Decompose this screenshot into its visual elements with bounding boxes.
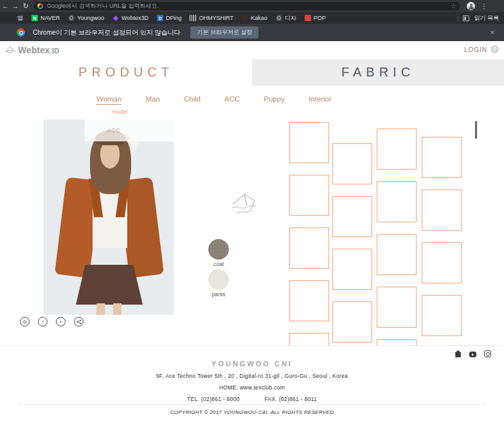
nav-item-interior[interactable]: Interior xyxy=(309,95,332,105)
bookmark-dija[interactable]: 디자 xyxy=(276,14,296,22)
striped-icon xyxy=(190,15,196,21)
browser-toolbar: ← → ↻ Google에서 검색하거나 URL을 입력하세요. ☆ ⋮ xyxy=(0,0,504,12)
default-browser-notification: Chrome이 기본 브라우저로 설정되어 있지 않습니다 기본 브라우저로 설… xyxy=(0,24,504,42)
set-default-browser-button[interactable]: 기본 브라우저로 설정 xyxy=(190,26,258,39)
bookmarks-bar: 앱 N NAVER Youngwoo ◆ Webtex3D D DPing OH… xyxy=(0,12,504,24)
fabric-swatch-slot[interactable] xyxy=(422,242,462,283)
acc-dropdown-ghost: ACC xyxy=(85,120,174,141)
bookmark-pop[interactable]: POP xyxy=(305,15,326,21)
fabric-swatch-grid xyxy=(285,120,478,345)
bookmark-label: NAVER xyxy=(40,15,60,21)
nav-item-puppy[interactable]: Puppy xyxy=(264,95,285,105)
model-leg xyxy=(113,303,122,315)
footer: YOUNGWOO CNI 9F, Ace Techno Tower 5th , … xyxy=(0,345,504,428)
company-fax: FAX. (02)861 - 8011 xyxy=(264,396,317,402)
google-icon xyxy=(37,3,43,9)
site-logo[interactable]: Webtex 3D xyxy=(5,45,59,55)
bookmark-dping[interactable]: D DPing xyxy=(157,15,182,21)
bookmark-webtex3d[interactable]: ◆ Webtex3D xyxy=(113,15,148,21)
copyright-text: COPYRIGHT © 2017 YOUNGWOO C&I. ALL RIGHT… xyxy=(0,409,504,415)
fabric-swatch-slot[interactable] xyxy=(289,122,329,163)
company-tel: TEL. (02)861 - 8000 xyxy=(187,396,240,402)
company-address: 9F, Ace Techno Tower 5th , 20 , Digital-… xyxy=(0,373,504,379)
bookmark-naver[interactable]: N NAVER xyxy=(32,15,60,21)
fabric-swatch-slot[interactable] xyxy=(332,249,372,290)
login-link[interactable]: LOGIN xyxy=(464,46,487,53)
address-bar[interactable]: Google에서 검색하거나 URL을 입력하세요. ☆ xyxy=(33,2,460,10)
logo-text: Webtex xyxy=(18,45,50,55)
fabric-swatch-slot[interactable] xyxy=(377,339,417,345)
bookmark-label: Youngwoo xyxy=(77,15,104,21)
site-header: Webtex 3D LOGIN ? xyxy=(0,41,504,59)
bookmark-label: Kakao xyxy=(251,15,267,21)
bookmark-label: Webtex3D xyxy=(122,15,148,21)
pants-swatch-label: pants xyxy=(199,291,238,298)
bookmark-kakao[interactable]: Kakao xyxy=(242,15,267,21)
nav-item-acc[interactable]: ACC xyxy=(224,95,240,105)
fabric-swatch-slot[interactable] xyxy=(289,227,329,269)
pants-swatch[interactable] xyxy=(208,269,229,290)
fabric-swatch-slot[interactable] xyxy=(422,137,462,178)
reading-list-icon xyxy=(463,15,469,21)
nav-item-man[interactable]: Man xyxy=(145,95,159,105)
forward-icon[interactable]: → xyxy=(10,0,21,12)
help-icon[interactable]: ? xyxy=(491,45,499,53)
fabric-swatch-slot[interactable] xyxy=(332,301,372,343)
category-nav: Woman Man Child ACC Puppy Interior xyxy=(96,95,399,105)
fabric-swatch-slot[interactable] xyxy=(422,190,462,231)
address-bar-placeholder: Google에서 검색하거나 URL을 입력하세요. xyxy=(47,2,451,10)
back-icon[interactable]: ← xyxy=(0,0,10,12)
instagram-icon[interactable] xyxy=(484,350,491,357)
coat-swatch[interactable] xyxy=(208,239,229,260)
reading-list-button[interactable]: 읽기 목록 xyxy=(474,14,499,22)
bookmark-ohmyshirt[interactable]: OHMYSHIRT xyxy=(190,15,233,21)
bookmark-label: 디자 xyxy=(285,14,296,22)
browser-menu-icon[interactable]: ⋮ xyxy=(481,3,487,10)
youtube-icon[interactable] xyxy=(469,352,476,357)
fabric-swatch-slot[interactable] xyxy=(377,287,417,328)
profile-avatar[interactable] xyxy=(467,2,475,10)
home-icon[interactable] xyxy=(455,350,462,357)
model-photo[interactable]: ACC xyxy=(44,120,174,315)
fabric-swatch-slot[interactable] xyxy=(377,181,417,222)
bookmark-apps[interactable]: 앱 xyxy=(8,14,23,22)
nav-item-child[interactable]: Child xyxy=(184,95,201,105)
company-homepage[interactable]: HOME. www.texclub.com xyxy=(0,384,504,391)
share-button[interactable] xyxy=(74,317,84,326)
upload-button[interactable]: ↑ xyxy=(38,317,48,326)
fabric-swatch-slot[interactable] xyxy=(332,143,372,184)
bookmark-label: POP xyxy=(314,15,326,21)
kakao-icon xyxy=(242,15,248,21)
bookmark-star-icon[interactable]: ☆ xyxy=(451,3,456,10)
tab-fabric[interactable]: FABRIC xyxy=(252,59,504,85)
apps-grid-icon xyxy=(8,15,15,21)
fabric-swatch-slot[interactable] xyxy=(289,333,329,345)
chrome-icon xyxy=(17,28,25,37)
share-icon xyxy=(76,319,82,325)
fabric-swatch-slot[interactable] xyxy=(422,295,462,336)
reload-icon[interactable]: ↻ xyxy=(21,0,31,12)
fabric-swatch-slot[interactable] xyxy=(377,234,417,275)
bookmark-youngwoo[interactable]: Youngwoo xyxy=(68,15,104,21)
bookmark-label: 앱 xyxy=(17,14,23,22)
fabric-grid-scrollbar[interactable] xyxy=(475,121,477,139)
bookmark-label: OHMYSHIRT xyxy=(199,15,233,21)
dping-icon: D xyxy=(157,15,163,21)
browser-window: ← → ↻ Google에서 검색하거나 URL을 입력하세요. ☆ ⋮ 앱 N… xyxy=(0,0,504,428)
webtex-watermark-icon xyxy=(229,192,257,221)
close-icon[interactable]: ✕ xyxy=(490,29,495,36)
naver-icon: N xyxy=(32,15,38,21)
fabric-swatch-slot[interactable] xyxy=(377,129,417,170)
rotate-button[interactable]: ◎ xyxy=(20,317,30,326)
nav-subitem-model[interactable]: model xyxy=(96,109,143,115)
tab-product[interactable]: PRODUCT xyxy=(0,59,252,85)
company-contacts: TEL. (02)861 - 8000 FAX. (02)861 - 8011 xyxy=(0,396,504,402)
diamond-icon: ◆ xyxy=(113,15,119,21)
fabric-swatch-slot[interactable] xyxy=(332,196,372,237)
company-name: YOUNGWOO CNI xyxy=(0,360,504,368)
fabric-swatch-slot[interactable] xyxy=(289,280,329,321)
model-leg xyxy=(96,303,105,315)
fabric-swatch-slot[interactable] xyxy=(289,175,329,216)
capture-button[interactable]: ▪ xyxy=(56,317,66,326)
nav-item-woman[interactable]: Woman xyxy=(96,95,122,105)
